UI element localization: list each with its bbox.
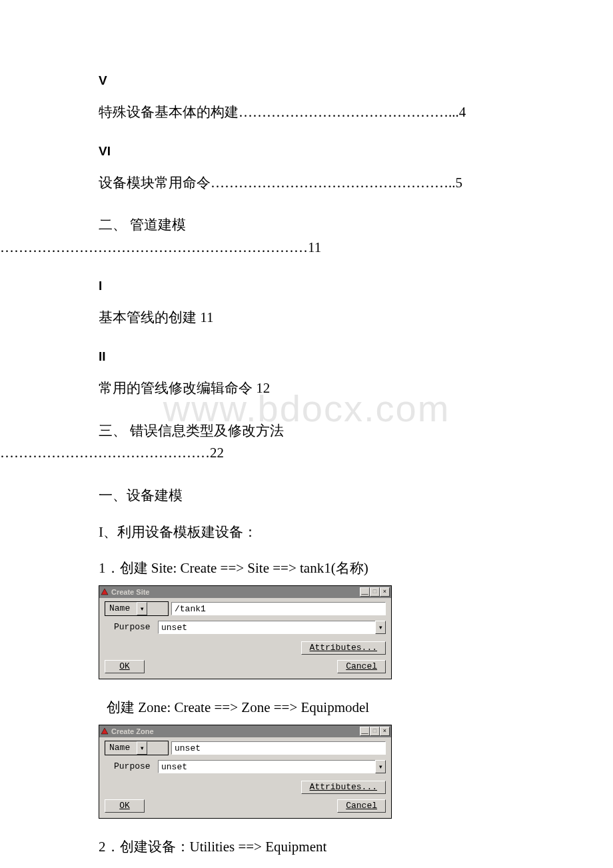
document-page: V 特殊设备基本体的构建………………………………………...4 VI 设备模块常… (0, 0, 613, 868)
toc-entry-vi: 设备模块常用命令……………………………………………..5 (99, 172, 586, 195)
chevron-down-icon[interactable] (375, 621, 386, 634)
toc-entry-i: 基本管线的创建 11 (99, 307, 586, 329)
app-icon (101, 727, 109, 735)
toc-section-3-title: 三、 错误信息类型及修改方法 (99, 420, 586, 443)
purpose-label: Purpose (105, 761, 158, 771)
minimize-button[interactable]: __ (360, 587, 370, 597)
section-heading-1-sub: I、利用设备模板建设备： (99, 521, 586, 544)
toc-entry-ii: 常用的管线修改编辑命令 12 (99, 377, 586, 400)
ok-button[interactable]: OK (105, 799, 145, 813)
maximize-button[interactable]: □ (370, 727, 380, 736)
zone-text: 创建 Zone: Create ==> Zone ==> Equipmodel (107, 698, 586, 717)
name-input[interactable]: unset (171, 741, 386, 755)
dialog-title: Create Site (111, 588, 149, 596)
purpose-value[interactable]: unset (158, 621, 375, 634)
toc-section-2-title: 二、 管道建模 (99, 214, 586, 237)
purpose-select[interactable]: unset (158, 759, 386, 774)
chevron-down-icon[interactable] (375, 760, 386, 773)
step-1-text: 1．创建 Site: Create ==> Site ==> tank1(名称) (99, 559, 586, 577)
close-button[interactable]: × (380, 587, 390, 597)
toc-marker-v: V (99, 73, 586, 88)
app-icon (101, 588, 109, 596)
create-zone-dialog: Create Zone __ □ × Name unset Purpose un… (99, 725, 392, 819)
attributes-button[interactable]: Attributes... (301, 641, 386, 655)
toc-section-2-leader: …………………………………………………………11 (0, 237, 586, 259)
chevron-down-icon[interactable] (137, 602, 147, 615)
name-label: Name (105, 603, 137, 613)
maximize-button[interactable]: □ (370, 587, 380, 597)
create-site-dialog: Create Site __ □ × Name /tank1 Purpose u… (99, 585, 392, 679)
minimize-button[interactable]: __ (360, 727, 370, 736)
toc-section-3-leader: ………………………………………22 (0, 442, 586, 465)
close-button[interactable]: × (380, 727, 390, 736)
purpose-value[interactable]: unset (158, 760, 375, 773)
toc-marker-vi: VI (99, 144, 586, 159)
name-input[interactable]: /tank1 (171, 602, 386, 615)
dialog-titlebar[interactable]: Create Zone __ □ × (99, 725, 391, 737)
name-label: Name (105, 743, 137, 753)
name-label-combo[interactable]: Name (105, 741, 169, 755)
toc-entry-v: 特殊设备基本体的构建………………………………………...4 (99, 101, 586, 124)
cancel-button[interactable]: Cancel (337, 660, 386, 673)
toc-marker-i: I (99, 279, 586, 293)
svg-marker-0 (101, 589, 108, 595)
section-heading-1: 一、设备建模 (99, 485, 586, 507)
purpose-select[interactable]: unset (158, 620, 386, 635)
attributes-button[interactable]: Attributes... (301, 781, 386, 794)
svg-marker-1 (101, 728, 108, 734)
cancel-button[interactable]: Cancel (337, 799, 386, 813)
toc-marker-ii: II (99, 349, 586, 364)
purpose-label: Purpose (105, 622, 158, 632)
chevron-down-icon[interactable] (137, 741, 147, 755)
dialog-title: Create Zone (111, 727, 154, 735)
dialog-titlebar[interactable]: Create Site __ □ × (99, 586, 391, 598)
name-label-combo[interactable]: Name (105, 601, 169, 616)
step-2-text: 2．创建设备：Utilities ==> Equipment (99, 837, 586, 856)
ok-button[interactable]: OK (105, 660, 145, 673)
